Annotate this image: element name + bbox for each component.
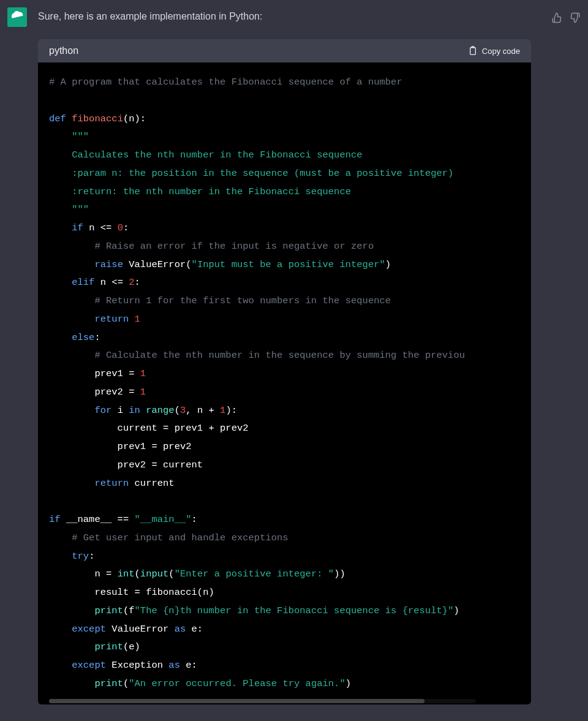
code-token: 1 [140,387,146,398]
code-token: except [72,660,106,671]
code-token: 1 [140,368,146,379]
code-token: ) [385,259,391,270]
code-token: current = prev1 + prev2 [49,423,249,434]
code-header: python Copy code [38,39,531,62]
code-token: range [140,405,175,416]
code-token: return [94,478,129,489]
code-token: return [94,314,129,325]
code-body: # A program that calculates the Fibonacc… [38,62,531,704]
code-token: def [49,113,66,124]
horizontal-scrollbar[interactable] [49,699,476,703]
message-intro-text: Sure, here is an example implementation … [38,11,581,22]
clipboard-icon [469,46,477,56]
code-token: :return: the nth number in the Fibonacci… [49,186,351,197]
code-token: # Return 1 for the first two numbers in … [49,295,391,306]
code-token: print [94,641,123,652]
code-token: n <= [83,222,118,233]
openai-logo-icon [10,10,24,24]
code-token: prev2 = current [49,459,203,470]
code-token: ( [123,678,129,689]
code-token: """ [72,131,89,142]
code-token: ValueError [129,259,186,270]
svg-rect-0 [470,48,475,55]
code-token: "An error occurred. Please try again." [129,678,345,689]
code-token: n [129,113,134,124]
code-token: __name__ == [61,514,135,525]
code-token: Exception [106,660,168,671]
code-token: ) [453,605,459,616]
code-token: prev1 = [49,368,140,379]
code-token: Calculates the nth number in the Fibonac… [49,149,363,160]
feedback-buttons [551,12,581,23]
code-token: fibonacci [72,113,123,124]
code-token: ( [135,568,140,579]
code-token: : [89,551,94,562]
code-token: as [175,624,186,635]
code-token: input [140,568,169,579]
code-token: "__main__" [135,514,192,525]
code-token: ) [345,678,351,689]
code-token: n <= [94,277,129,288]
code-token: (f [123,605,135,616]
code-token: # Get user input and handle exceptions [49,532,288,543]
code-token: i [111,405,129,416]
code-token: for [94,405,111,416]
code-token: 2 [129,277,134,288]
code-block: python Copy code # A program that calcul… [38,39,531,704]
assistant-avatar [7,7,27,27]
code-token: ( [175,405,180,416]
scrollbar-thumb[interactable] [49,699,424,703]
code-token: "Input must be a positive integer" [192,259,385,270]
code-token: raise [94,259,123,270]
code-line: # A program that calculates the Fibonacc… [49,77,402,88]
code-token: ( [168,568,174,579]
code-token: # Raise an error if the input is negativ… [49,241,374,252]
code-token: result = fibonacci(n) [49,587,214,598]
code-token: if [49,514,61,525]
code-token: """ [49,204,89,215]
code-token: ValueError [106,624,175,635]
code-token: prev2 = [49,387,140,398]
code-token: ): [135,113,146,124]
code-token: :param n: the position in the sequence (… [49,168,453,179]
code-token: current [129,478,174,489]
thumbs-up-icon[interactable] [551,12,562,23]
code-content[interactable]: # A program that calculates the Fibonacc… [49,74,531,693]
copy-code-button[interactable]: Copy code [469,46,520,56]
code-token: print [94,605,123,616]
code-token: 3 [180,405,186,416]
code-language-label: python [49,45,78,56]
code-token: else [72,332,94,343]
thumbs-down-icon[interactable] [570,12,581,23]
copy-code-label: Copy code [482,47,520,56]
code-token: : [123,222,129,233]
code-token: 0 [118,222,123,233]
code-token: )) [334,568,345,579]
message-body: Sure, here is an example implementation … [38,7,588,704]
code-token: as [168,660,180,671]
code-token: print [94,678,123,689]
code-token: : [94,332,100,343]
assistant-message: Sure, here is an example implementation … [0,0,588,704]
code-token: 1 [220,405,225,416]
code-token: (e) [123,641,140,652]
code-token: 1 [135,314,140,325]
code-token: ( [186,259,191,270]
code-token: if [72,222,83,233]
code-token: elif [72,277,94,288]
code-token: : [192,514,197,525]
code-token: ( [123,113,129,124]
code-token: , n + [186,405,220,416]
code-token: prev1 = prev2 [49,441,192,452]
code-token: ): [225,405,237,416]
code-token: "Enter a positive integer: " [175,568,334,579]
code-token: : [135,277,140,288]
code-token: # Calculate the nth number in the sequen… [49,350,465,361]
code-token: e: [186,624,203,635]
code-token: try [72,551,89,562]
code-token: in [129,405,140,416]
code-token: n = [49,568,118,579]
code-token: int [118,568,135,579]
code-token: "The {n}th number in the Fibonacci seque… [135,605,454,616]
code-token: e: [180,660,197,671]
